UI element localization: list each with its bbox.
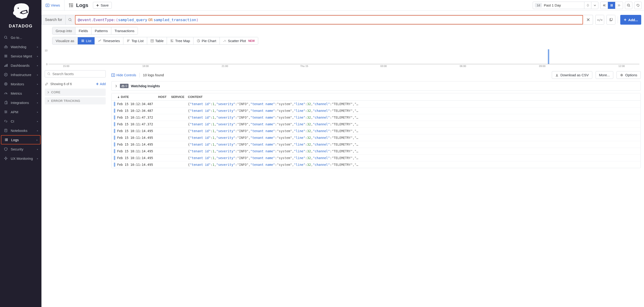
svg-point-26 xyxy=(69,6,70,7)
viz-scatter-plot[interactable]: Scatter PlotNEW xyxy=(220,37,258,44)
svg-point-51 xyxy=(48,72,50,75)
clear-search-button[interactable]: ✕ xyxy=(584,17,593,22)
svg-rect-44 xyxy=(171,39,172,41)
sidebar-item-watchdog[interactable]: Watchdog▸ xyxy=(0,42,42,51)
pause-button[interactable] xyxy=(608,2,615,9)
svg-point-25 xyxy=(69,5,70,6)
facet-category-error-tracking[interactable]: ERROR TRACKING xyxy=(45,97,106,104)
time-range-picker[interactable]: 1d Past 1 Day xyxy=(533,2,598,9)
sidebar-item-dashboards[interactable]: Dashboards▸ xyxy=(0,61,42,70)
search-input[interactable]: @event.EventType:(sampled_query OR sampl… xyxy=(74,15,593,25)
status-marker xyxy=(114,122,115,126)
chevron-right-icon: ▸ xyxy=(37,73,38,76)
facet-add-button[interactable]: Add xyxy=(96,82,106,86)
svg-point-48 xyxy=(224,41,224,42)
table-row[interactable]: Feb 15 10:11:14.495{"tenant_id":1,"sever… xyxy=(112,148,640,155)
table-row[interactable]: Feb 15 10:11:14.495{"tenant_id":1,"sever… xyxy=(112,141,640,148)
facet-search-input[interactable] xyxy=(45,70,106,77)
facet-search-field[interactable] xyxy=(52,72,103,76)
sidebar-item-ci[interactable]: CI▸ xyxy=(0,116,42,126)
facet-category-core[interactable]: CORE xyxy=(45,89,106,96)
col-content[interactable]: CONTENT xyxy=(188,95,638,99)
chevron-down-icon[interactable] xyxy=(591,2,598,9)
search-row: Search for @event.EventType:(sampled_que… xyxy=(42,11,644,27)
link-icon xyxy=(3,119,8,124)
save-label: Save xyxy=(100,3,108,7)
pin-icon[interactable] xyxy=(584,2,591,9)
query-syntax-button[interactable]: </> xyxy=(595,15,604,25)
col-date[interactable]: DATE xyxy=(117,95,158,99)
viz-list[interactable]: List xyxy=(78,37,95,44)
chevron-right-icon: ▸ xyxy=(37,120,38,123)
svg-rect-22 xyxy=(6,140,8,141)
chart-bar[interactable] xyxy=(548,49,549,64)
search-for-label: Search for xyxy=(42,15,66,24)
play-controls xyxy=(600,2,623,9)
group-transactions[interactable]: Transactions xyxy=(111,27,138,34)
chevron-right-icon: ▸ xyxy=(37,92,38,95)
sidebar-item-label: Service Mgmt xyxy=(11,54,37,58)
group-patterns[interactable]: Patterns xyxy=(92,27,111,34)
download-csv-button[interactable]: Download as CSV xyxy=(552,71,592,79)
viz-pie-chart[interactable]: Pie Chart xyxy=(194,37,220,44)
table-row[interactable]: Feb 15 10:11:47.372{"tenant_id":1,"sever… xyxy=(112,121,640,128)
svg-rect-21 xyxy=(6,140,8,140)
sidebar-item-ux-monitoring[interactable]: UX Monitoring▸ xyxy=(0,154,42,163)
brand-block: DATADOG xyxy=(0,0,42,33)
svg-point-34 xyxy=(69,18,71,21)
viz-top-list[interactable]: Top List xyxy=(124,37,147,44)
histogram-chart[interactable]: 100 15:0018:0021:00Thu 1503:0006:0009:00… xyxy=(42,49,639,68)
spark-icon xyxy=(3,156,8,161)
col-host[interactable]: HOST xyxy=(158,95,171,99)
copy-button[interactable] xyxy=(606,15,615,25)
sidebar-item-service-mgmt[interactable]: Service Mgmt▸ xyxy=(0,51,42,61)
status-marker xyxy=(114,102,115,106)
options-button[interactable]: Options xyxy=(616,71,641,79)
sidebar-item-notebooks[interactable]: Notebooks▸ xyxy=(0,126,42,135)
cell-content: {"tenant_id":1,"severity":"INFO","tenant… xyxy=(188,122,638,126)
sidebar-item-monitors[interactable]: Monitors▸ xyxy=(0,79,42,89)
svg-point-53 xyxy=(621,74,622,76)
sidebar-item-logs[interactable]: Logs▸ xyxy=(1,135,40,144)
hide-controls-button[interactable]: Hide Controls xyxy=(111,73,136,77)
svg-point-3 xyxy=(6,46,8,48)
book-icon xyxy=(3,128,8,133)
add-button[interactable]: Add... xyxy=(620,15,641,25)
rewind-button[interactable] xyxy=(600,2,608,9)
zoom-out-button[interactable] xyxy=(625,2,632,9)
svg-point-49 xyxy=(224,40,225,41)
views-button[interactable]: Views xyxy=(42,0,64,10)
table-row[interactable]: Feb 15 10:11:14.495{"tenant_id":1,"sever… xyxy=(112,128,640,134)
cell-date: Feb 15 10:11:14.495 xyxy=(117,156,158,160)
sidebar-item-security[interactable]: Security▸ xyxy=(0,144,42,154)
sidebar-item-go-to-[interactable]: Go to... xyxy=(0,33,42,42)
viz-table[interactable]: Table xyxy=(147,37,167,44)
group-fields[interactable]: Fields xyxy=(76,27,92,34)
refresh-button[interactable] xyxy=(634,2,642,9)
visualize-as-segmented: Visualize as ListTimeseriesTop ListTable… xyxy=(52,37,258,45)
sidebar-item-infrastructure[interactable]: Infrastructure▸ xyxy=(0,70,42,79)
forward-button[interactable] xyxy=(615,2,623,9)
sidebar-item-metrics[interactable]: Metrics▸ xyxy=(0,89,42,98)
save-button[interactable]: Save xyxy=(93,2,112,8)
table-row[interactable]: Feb 15 10:11:14.495{"tenant_id":1,"sever… xyxy=(112,134,640,141)
more-button[interactable]: More... xyxy=(596,71,614,79)
status-marker xyxy=(114,142,115,147)
table-row[interactable]: Feb 15 10:11:14.495{"tenant_id":1,"sever… xyxy=(112,161,640,168)
svg-point-11 xyxy=(4,83,7,85)
search-icon xyxy=(3,35,8,40)
viz-tree-map[interactable]: Tree Map xyxy=(167,37,194,44)
table-row[interactable]: Feb 15 10:12:34.487{"tenant_id":1,"sever… xyxy=(112,101,640,107)
sidebar-item-apm[interactable]: APM▸ xyxy=(0,107,42,116)
col-service[interactable]: SERVICE xyxy=(171,95,188,99)
logs-icon xyxy=(4,137,9,142)
table-row[interactable]: Feb 15 10:11:14.495{"tenant_id":1,"sever… xyxy=(112,155,640,161)
table-row[interactable]: Feb 15 10:11:47.372{"tenant_id":1,"sever… xyxy=(112,114,640,121)
svg-point-15 xyxy=(5,113,6,113)
sidebar-item-integrations[interactable]: Integrations▸ xyxy=(0,98,42,107)
sidebar-item-label: Integrations xyxy=(11,101,37,105)
watchdog-insights-bar[interactable]: 0 Watchdog Insights xyxy=(111,81,641,91)
viz-timeseries[interactable]: Timeseries xyxy=(95,37,124,44)
brand-name: DATADOG xyxy=(0,24,42,29)
table-row[interactable]: Feb 15 10:12:34.487{"tenant_id":1,"sever… xyxy=(112,107,640,114)
